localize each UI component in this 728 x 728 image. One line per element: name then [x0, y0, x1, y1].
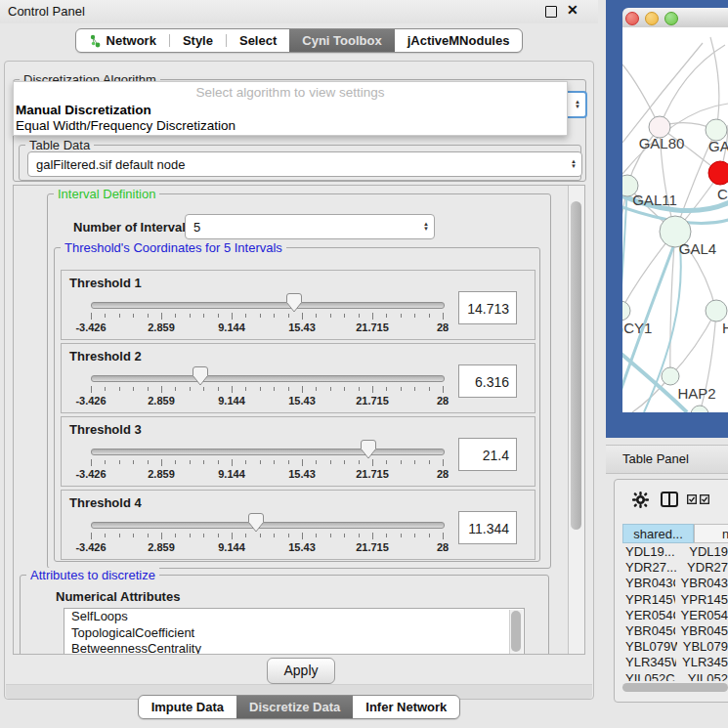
popup-option-manual[interactable]: Manual Discretization — [16, 103, 151, 117]
tick-mark — [148, 460, 149, 464]
table-data-combobox[interactable]: galFiltered.sif default node ▲▼ — [27, 151, 582, 177]
list-item[interactable]: SelfLoops — [64, 609, 524, 625]
tick-mark — [274, 387, 275, 391]
table-row[interactable]: YPR145WYPR145 — [622, 592, 728, 608]
column-header-name[interactable]: na — [694, 524, 728, 543]
column-header-shared[interactable]: shared... — [622, 524, 694, 543]
tab-select[interactable]: Select — [227, 29, 289, 52]
slider-track[interactable] — [91, 375, 445, 382]
tick-mark — [260, 534, 261, 537]
tick-mark — [161, 533, 162, 539]
table-row[interactable]: YLR345WYLR345 — [622, 655, 728, 670]
tick-mark — [218, 387, 219, 391]
tick-mark — [203, 387, 204, 391]
tab-jactivemnodules[interactable]: jActiveMNodules — [395, 29, 523, 52]
list-item[interactable]: TopologicalCoefficient — [64, 625, 524, 642]
table-row[interactable]: YIL052CYIL052 — [622, 671, 728, 682]
network-window-titlebar[interactable] — [622, 8, 728, 28]
checkbox-columns-icon[interactable] — [687, 494, 710, 504]
combo-stepper-icon[interactable]: ▲▼ — [571, 152, 577, 176]
tick-mark — [119, 534, 120, 537]
threshold-value-field[interactable]: 21.4 — [458, 438, 517, 471]
num-intervals-label: Number of Intervals — [73, 220, 193, 235]
tick-mark — [401, 534, 402, 537]
tick-mark — [203, 314, 204, 318]
network-node-hap2[interactable] — [662, 367, 679, 385]
close-traffic-light-icon[interactable] — [625, 12, 639, 25]
num-intervals-combobox[interactable]: 5 ▲▼ — [185, 214, 435, 239]
threshold-value-field[interactable]: 14.713 — [458, 291, 517, 324]
combo-stepper-icon[interactable]: ▲▼ — [423, 215, 429, 238]
scrollbar-thumb[interactable] — [571, 201, 581, 530]
tick-label: 15.43 — [288, 321, 316, 333]
bottom-tab-discretize-data[interactable]: Discretize Data — [236, 696, 353, 718]
attributes-list-scrollbar[interactable] — [509, 610, 523, 655]
slider-thumb[interactable] — [248, 513, 264, 533]
network-node-gcy1[interactable] — [622, 301, 630, 321]
network-node-h[interactable] — [706, 300, 727, 321]
tab-network[interactable]: Network — [76, 29, 169, 52]
node-label: GA — [708, 138, 728, 154]
split-columns-icon[interactable] — [661, 492, 678, 507]
bottom-tab-strip: Impute DataDiscretize DataInfer Network — [0, 695, 598, 719]
tick-mark — [372, 386, 373, 393]
slider-track[interactable] — [91, 522, 445, 529]
tab-style[interactable]: Style — [170, 29, 226, 52]
network-edge[interactable] — [670, 311, 716, 376]
slider-track[interactable] — [91, 302, 445, 309]
tick-mark — [161, 459, 162, 466]
tick-label: 21.715 — [356, 468, 389, 480]
tick-mark — [105, 387, 106, 391]
node-label: GAL11 — [632, 192, 677, 208]
settings-vertical-scrollbar[interactable] — [568, 186, 584, 654]
tick-label: 2.859 — [148, 321, 175, 333]
tick-mark — [288, 314, 289, 318]
numerical-attributes-list: SelfLoopsTopologicalCoefficientBetweenne… — [64, 608, 525, 655]
slider-thumb[interactable] — [361, 440, 376, 459]
gear-icon[interactable] — [632, 492, 649, 508]
slider-ticks — [91, 386, 444, 395]
tick-mark — [429, 534, 430, 537]
slider-ticks — [91, 533, 444, 541]
slider-track[interactable] — [91, 449, 445, 455]
tick-mark — [443, 533, 444, 539]
slider-tick-labels: -3.4262.8599.14415.4321.71528 — [91, 395, 444, 407]
tab-cyni-toolbox[interactable]: Cyni Toolbox — [289, 29, 394, 52]
list-item[interactable]: BetweennessCentrality — [64, 641, 524, 655]
tick-mark — [260, 460, 261, 464]
network-node[interactable] — [691, 406, 708, 412]
tick-label: 9.144 — [218, 321, 245, 333]
table-row[interactable]: YDR27...YDR27 — [622, 560, 728, 576]
table-row[interactable]: YER054CYER054 — [622, 608, 728, 623]
table-horizontal-scrollbar[interactable] — [619, 681, 728, 694]
float-window-icon[interactable] — [545, 6, 557, 18]
network-canvas[interactable]: GAL80GACGAL11GAL4GCY1HHAP2 — [622, 27, 728, 412]
table-row[interactable]: YDL19...YDL19 — [622, 544, 728, 560]
network-node-c[interactable] — [708, 161, 728, 185]
tick-mark — [203, 534, 204, 537]
threshold-value-field[interactable]: 11.344 — [458, 511, 517, 544]
slider-thumb[interactable] — [193, 366, 208, 386]
tick-mark — [429, 314, 430, 318]
tick-mark — [302, 386, 303, 393]
tick-label: -3.426 — [75, 321, 106, 333]
popup-option-equal-width[interactable]: Equal Width/Frequency Discretization — [16, 118, 236, 133]
table-row[interactable]: YBL079WYBL079 — [622, 639, 728, 655]
tick-mark — [119, 387, 120, 391]
node-label: H — [722, 320, 728, 336]
tick-mark — [91, 459, 92, 466]
combo-stepper-icon[interactable]: ▲▼ — [575, 93, 580, 116]
minimize-traffic-light-icon[interactable] — [645, 12, 659, 25]
threshold-value-field[interactable]: 6.316 — [458, 364, 517, 398]
table-rows: YDL19...YDL19YDR27...YDR27YBR043CYBR043Y… — [622, 544, 728, 681]
table-row[interactable]: YBR043CYBR043 — [622, 576, 728, 591]
table-row[interactable]: YBR045CYBR045 — [622, 623, 728, 639]
apply-button[interactable]: Apply — [267, 658, 335, 684]
tick-mark — [386, 460, 387, 464]
close-icon[interactable]: ✕ — [567, 2, 578, 18]
zoom-traffic-light-icon[interactable] — [664, 12, 678, 25]
bottom-tab-impute-data[interactable]: Impute Data — [139, 696, 236, 718]
threshold-label: Threshold 2 — [69, 349, 142, 364]
slider-thumb[interactable] — [286, 293, 302, 313]
bottom-tab-infer-network[interactable]: Infer Network — [353, 696, 459, 718]
